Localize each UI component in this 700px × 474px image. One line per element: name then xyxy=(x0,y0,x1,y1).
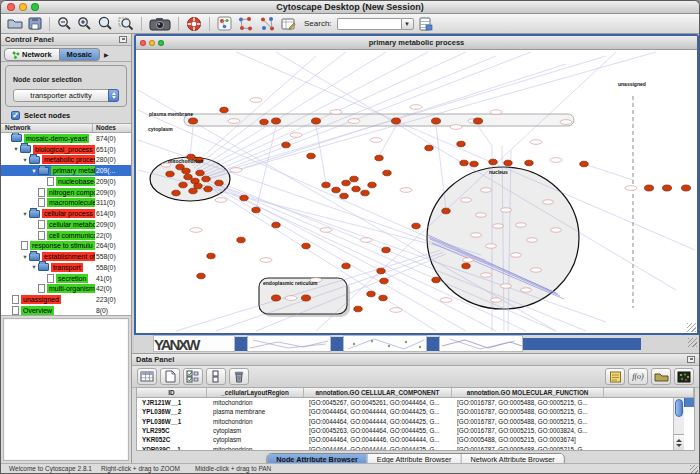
tree-item[interactable]: macromolecule311(0) xyxy=(1,198,131,209)
tree-item[interactable]: unassigned223(0) xyxy=(1,294,131,305)
hide-selected-nodes-icon[interactable] xyxy=(236,15,255,33)
table-row[interactable]: YDR039C__1mitochondrion[GO:0044464, GO:0… xyxy=(137,444,694,451)
tab-mosaic[interactable]: Mosaic xyxy=(60,48,100,61)
select-nodes-checkbox[interactable]: ✓ xyxy=(11,111,20,120)
scroll-up-icon[interactable] xyxy=(676,439,682,442)
column-header-cellular-component[interactable]: annotation.GO CELLULAR_COMPONENT xyxy=(304,388,452,397)
help-lifering-icon[interactable] xyxy=(185,15,203,33)
table-corner-button[interactable] xyxy=(684,398,694,407)
expand-arrow-icon[interactable]: ▼ xyxy=(21,211,29,217)
background-window-titlebar[interactable] xyxy=(427,337,439,351)
plasma-membrane-label[interactable]: plasma membrane xyxy=(149,111,193,117)
expand-arrow-icon[interactable]: ▼ xyxy=(30,264,38,270)
column-header-id[interactable]: ID xyxy=(137,388,207,397)
folder-icon xyxy=(29,253,40,261)
edit-network-icon[interactable] xyxy=(280,15,297,33)
node-color-select[interactable]: transporter activity xyxy=(13,89,119,102)
attribute-matrix-icon[interactable] xyxy=(674,368,694,385)
main-toolbar: Search: ▼ xyxy=(1,14,699,34)
table-vertical-scrollbar[interactable] xyxy=(673,398,684,450)
tree-item[interactable]: ▼biological_process651(0) xyxy=(1,144,131,155)
table-row[interactable]: YKR052Ccytoplasm[GO:0044464, GO:0044446,… xyxy=(137,435,694,444)
tree-item[interactable]: response to stimulu264(0) xyxy=(1,241,131,252)
background-window-titlebar[interactable] xyxy=(235,337,247,351)
expand-arrow-icon[interactable]: ▼ xyxy=(21,157,29,163)
column-network[interactable]: Network xyxy=(1,124,31,132)
file-icon xyxy=(38,220,45,229)
tree-item[interactable]: Overview8(0) xyxy=(1,305,131,316)
scrollbar-thumb[interactable] xyxy=(675,399,683,417)
cytoplasm-label[interactable]: cytoplasm xyxy=(148,126,173,132)
main-area: Control Panel Network Mosaic ▶ Node colo… xyxy=(1,34,699,463)
zoom-out-icon[interactable] xyxy=(56,15,73,33)
attribute-editor-icon[interactable] xyxy=(605,368,625,385)
import-attributes-icon[interactable] xyxy=(417,15,434,33)
table-row[interactable]: YJR121W__1mitochondrion[GO:0045267, GO:0… xyxy=(137,398,694,407)
annotation-network-icon[interactable] xyxy=(216,15,233,33)
scroll-down-icon[interactable] xyxy=(676,444,682,447)
background-window[interactable] xyxy=(247,335,331,352)
nucleus-label[interactable]: nucleus xyxy=(489,169,508,175)
function-builder-icon[interactable]: f(o) xyxy=(628,368,648,385)
network-overview-panel[interactable] xyxy=(3,318,129,461)
zoom-selected-icon[interactable] xyxy=(117,15,135,33)
unselect-attributes-icon[interactable] xyxy=(206,368,226,385)
tree-item[interactable]: nitrogen compo209(0) xyxy=(1,187,131,198)
tree-item[interactable]: ▼establishment of lo558(0) xyxy=(1,251,131,262)
zoom-in-icon[interactable] xyxy=(76,15,93,33)
network-graph[interactable] xyxy=(136,50,697,333)
background-window[interactable]: YANXW xyxy=(153,335,235,352)
tree-item[interactable]: ▼cellular process614(0) xyxy=(1,208,131,219)
search-input[interactable] xyxy=(337,18,401,30)
expand-arrow-icon[interactable]: ▼ xyxy=(21,254,29,260)
mitochondrion-label[interactable]: mitochondrion xyxy=(168,158,203,164)
expand-arrow-icon[interactable]: ▼ xyxy=(12,146,20,152)
tree-item[interactable]: cellular metabo209(0) xyxy=(1,219,131,230)
background-window-titlebar[interactable] xyxy=(523,338,641,350)
select-attributes-icon[interactable] xyxy=(183,368,203,385)
tree-item[interactable]: multi-organism pro42(0) xyxy=(1,284,131,295)
search-dropdown-button[interactable]: ▼ xyxy=(401,18,414,30)
tab-network[interactable]: Network xyxy=(4,48,60,61)
new-attribute-icon[interactable] xyxy=(160,368,180,385)
background-window[interactable] xyxy=(343,335,427,352)
column-header-molecular-function[interactable]: annotation.GO MOLECULAR_FUNCTION xyxy=(452,388,604,397)
show-all-nodes-icon[interactable] xyxy=(258,15,277,33)
network-canvas[interactable]: plasma membrane cytoplasm mitochondrion … xyxy=(136,50,697,333)
column-header-region[interactable]: _cellularLayoutRegion xyxy=(207,388,304,397)
tree-item[interactable]: cell communicat22(0) xyxy=(1,230,131,241)
table-row[interactable]: YLR295Ccytoplasm[GO:0045263, GO:0044464,… xyxy=(137,426,694,435)
attribute-table-icon[interactable] xyxy=(137,368,157,385)
tree-item[interactable]: ▼metabolic process280(0) xyxy=(1,155,131,166)
endoplasmic-reticulum-label[interactable]: endoplasmic reticulum xyxy=(263,280,317,286)
network-window-titlebar[interactable]: primary metabolic process xyxy=(136,36,697,50)
tree-item[interactable]: nucleobase-209(0) xyxy=(1,176,131,187)
float-panel-icon[interactable] xyxy=(687,356,695,363)
table-row[interactable]: YPL036W__1mitochondrion[GO:0044464, GO:0… xyxy=(137,417,694,426)
tree-item[interactable]: ▼transport558(0) xyxy=(1,262,131,273)
zoom-fit-icon[interactable] xyxy=(96,15,114,33)
resize-grip[interactable] xyxy=(688,338,697,347)
save-icon[interactable] xyxy=(27,15,43,33)
delete-attribute-icon[interactable] xyxy=(229,368,249,385)
column-nodes[interactable]: Nodes xyxy=(96,124,116,131)
file-icon xyxy=(47,274,54,283)
tab-overflow-icon[interactable]: ▶ xyxy=(104,51,109,58)
float-panel-icon[interactable] xyxy=(119,36,127,43)
table-row[interactable]: YPL036W__2plasma membrane[GO:0044464, GO… xyxy=(137,407,694,416)
unassigned-label[interactable]: unassigned xyxy=(618,81,646,87)
data-panel-header: Data Panel xyxy=(132,354,699,366)
background-window[interactable] xyxy=(439,335,523,352)
tree-item[interactable]: mosaic-demo-yeast874(0) xyxy=(1,133,131,144)
background-window-titlebar[interactable] xyxy=(331,337,343,351)
tree-item[interactable]: secretion41(0) xyxy=(1,273,131,284)
open-file-icon[interactable] xyxy=(6,15,24,33)
snapshot-camera-icon[interactable] xyxy=(148,15,172,33)
import-attribute-file-icon[interactable] xyxy=(651,368,671,385)
window-resize-grip[interactable] xyxy=(690,465,698,473)
tree-item-selected[interactable]: ▼primary metabo209(... xyxy=(1,165,131,176)
window-resize-grip[interactable] xyxy=(687,323,696,332)
scrollbar-arrows[interactable] xyxy=(674,434,684,450)
expand-arrow-icon[interactable]: ▼ xyxy=(30,168,38,174)
control-panel-tabs: Network Mosaic ▶ xyxy=(1,46,131,62)
